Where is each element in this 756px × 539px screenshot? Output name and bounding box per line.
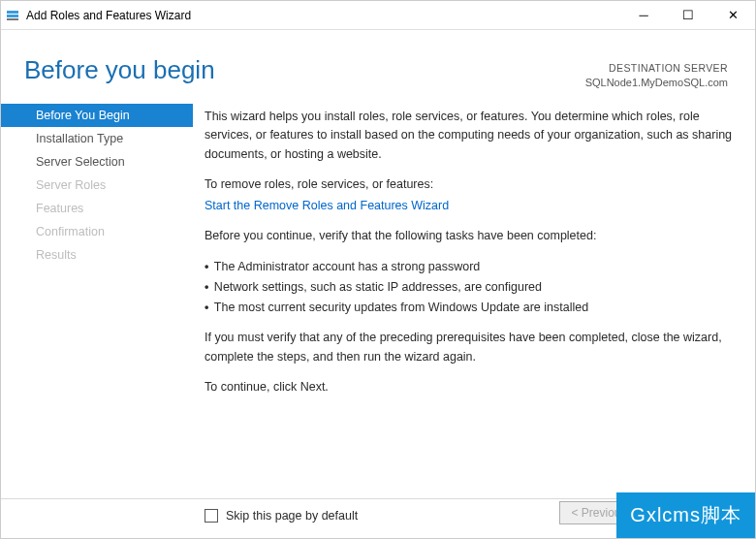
destination-info: DESTINATION SERVER SQLNode1.MyDemoSQL.co… bbox=[585, 61, 728, 90]
verify-intro: Before you continue, verify that the fol… bbox=[205, 227, 736, 245]
verify-note: If you must verify that any of the prece… bbox=[205, 329, 736, 366]
window-controls: ─ ☐ ✕ bbox=[621, 1, 755, 30]
main-panel: This wizard helps you install roles, rol… bbox=[193, 104, 755, 498]
destination-server: SQLNode1.MyDemoSQL.com bbox=[585, 76, 728, 90]
remove-text: To remove roles, role services, or featu… bbox=[205, 175, 736, 194]
sidebar-item-features: Features bbox=[1, 197, 193, 220]
checklist-item: The Administrator account has a strong p… bbox=[205, 257, 736, 277]
content-area: Before You Begin Installation Type Serve… bbox=[1, 104, 755, 498]
page-title: Before you begin bbox=[24, 55, 215, 85]
intro-text: This wizard helps you install roles, rol… bbox=[205, 108, 736, 164]
skip-page-label: Skip this page by default bbox=[226, 509, 358, 523]
destination-label: DESTINATION SERVER bbox=[585, 61, 728, 76]
window-title: Add Roles and Features Wizard bbox=[26, 9, 191, 22]
watermark-sub: 脚本 bbox=[701, 504, 741, 525]
minimize-button[interactable]: ─ bbox=[621, 1, 666, 30]
checklist-item: Network settings, such as static IP addr… bbox=[205, 277, 736, 298]
checklist-item: The most current security updates from W… bbox=[205, 298, 736, 318]
close-button[interactable]: ✕ bbox=[710, 1, 755, 30]
svg-rect-0 bbox=[7, 11, 18, 14]
checkbox-icon[interactable] bbox=[205, 509, 218, 523]
maximize-button[interactable]: ☐ bbox=[666, 1, 710, 30]
checklist: The Administrator account has a strong p… bbox=[205, 257, 736, 317]
skip-page-checkbox-wrap[interactable]: Skip this page by default bbox=[205, 509, 358, 523]
header: Before you begin DESTINATION SERVER SQLN… bbox=[1, 30, 755, 104]
continue-text: To continue, click Next. bbox=[205, 378, 736, 396]
watermark-brand: Gxlcms bbox=[630, 504, 701, 525]
titlebar: Add Roles and Features Wizard ─ ☐ ✕ bbox=[1, 1, 755, 30]
sidebar-item-confirmation: Confirmation bbox=[1, 220, 193, 243]
sidebar-item-server-roles: Server Roles bbox=[1, 174, 193, 197]
sidebar-item-results: Results bbox=[1, 243, 193, 267]
server-manager-icon bbox=[5, 8, 20, 23]
remove-roles-link[interactable]: Start the Remove Roles and Features Wiza… bbox=[205, 197, 736, 215]
watermark: Gxlcms脚本 bbox=[616, 492, 755, 538]
sidebar-item-before-you-begin[interactable]: Before You Begin bbox=[1, 104, 193, 127]
sidebar: Before You Begin Installation Type Serve… bbox=[1, 104, 193, 498]
wizard-window: Add Roles and Features Wizard ─ ☐ ✕ Befo… bbox=[0, 0, 756, 539]
svg-rect-2 bbox=[7, 18, 18, 20]
sidebar-item-server-selection[interactable]: Server Selection bbox=[1, 150, 193, 174]
svg-rect-1 bbox=[7, 15, 18, 17]
sidebar-item-installation-type[interactable]: Installation Type bbox=[1, 127, 193, 150]
